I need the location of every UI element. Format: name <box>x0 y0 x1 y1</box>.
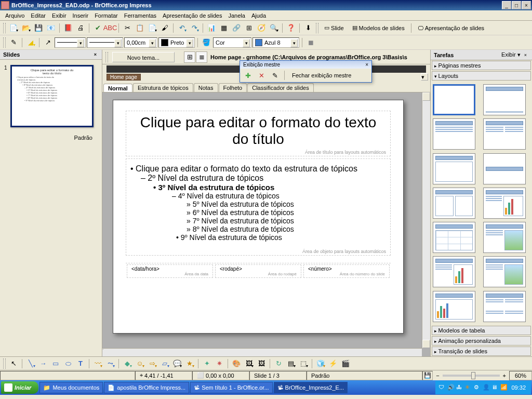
area-dialog-button[interactable] <box>201 37 212 48</box>
outline-level[interactable]: 4º Nível da estrutura de tópicos <box>172 192 386 200</box>
layout-title[interactable] <box>483 84 526 115</box>
number-placeholder[interactable]: <número>Área do número do slide <box>303 264 390 278</box>
print-button[interactable] <box>75 22 86 34</box>
ellipse-tool[interactable] <box>62 358 74 369</box>
from-file-tool[interactable] <box>243 358 255 369</box>
view-list-icon[interactable]: ≣ <box>196 51 207 63</box>
hyperlink-button[interactable] <box>231 22 242 34</box>
grid-button[interactable] <box>243 22 255 34</box>
chart-button[interactable] <box>206 22 217 34</box>
undo-button[interactable] <box>176 22 188 34</box>
new-master-button[interactable]: ✚ <box>242 70 254 81</box>
taskbar-item[interactable]: 📄apostila BrOffice Impress... <box>104 382 189 393</box>
zoom-control[interactable]: − + <box>433 373 509 379</box>
presentation-button[interactable]: 🖵 Apresentação de slides <box>414 22 488 34</box>
taskbar-item[interactable]: 📽Sem título 1 - BrOffice.or... <box>190 382 272 393</box>
export-pdf-button[interactable] <box>62 22 74 34</box>
close-icon[interactable]: × <box>92 52 99 57</box>
save-button[interactable] <box>33 22 44 34</box>
start-button[interactable]: Iniciar <box>1 381 38 394</box>
menu-apresentacao[interactable]: Apresentação de slides <box>159 11 225 20</box>
tray-icon[interactable]: 🖥 <box>491 384 499 391</box>
tab-handout[interactable]: Folheto <box>219 83 247 92</box>
outline-level[interactable]: 2º Nível da estrutura de tópicos <box>141 174 386 183</box>
fontwork-tool[interactable] <box>231 358 242 369</box>
points-tool[interactable]: ✦ <box>201 358 212 369</box>
rotate-tool[interactable]: ↻ <box>273 358 284 369</box>
arrow-tool[interactable]: → <box>37 358 49 369</box>
glue-tool[interactable]: ✷ <box>214 358 225 369</box>
clock[interactable]: 09:32 <box>509 384 528 391</box>
extension-button[interactable]: ⬇ <box>302 22 314 34</box>
taskbar-item-active[interactable]: 📽BrOffice_Impress2_E... <box>274 382 348 393</box>
new-theme-button[interactable]: Novo tema... <box>112 52 175 62</box>
toolbar-handle[interactable] <box>3 37 6 48</box>
delete-master-button[interactable] <box>256 70 267 81</box>
fill-type-combo[interactable]: Cor <box>213 37 251 48</box>
outline-level[interactable]: 3º Nível da estrutura de tópicos <box>153 183 386 192</box>
menu-ferramentas[interactable]: Ferramentas <box>121 11 159 20</box>
outline-level[interactable]: 9º Nível da estrutura de tópicos <box>176 233 386 242</box>
symbol-shapes-tool[interactable]: ☺ <box>134 358 145 369</box>
slide-canvas[interactable]: Clique para editar o formato do texto do… <box>113 100 404 334</box>
menu-ajuda[interactable]: Ajuda <box>248 11 269 20</box>
spellcheck-button[interactable] <box>92 22 103 34</box>
toolbar-handle[interactable] <box>105 52 108 62</box>
layout-titleonly[interactable] <box>433 153 475 184</box>
tray-icon[interactable]: ⚙ <box>474 384 481 391</box>
callout-tool[interactable] <box>171 358 183 369</box>
slide-edit-area[interactable]: Clique para editar o formato do texto do… <box>102 92 430 356</box>
section-master-pages[interactable]: Páginas mestres <box>432 61 531 70</box>
rename-master-button[interactable]: ✎ <box>269 70 281 81</box>
select-tool[interactable]: ↖ <box>8 358 19 369</box>
menu-inserir[interactable]: Inserir <box>70 11 92 20</box>
tray-icon[interactable]: 🖧 <box>456 384 463 391</box>
text-tool[interactable] <box>75 358 86 369</box>
date-placeholder[interactable]: <data/hora>Área da data <box>127 264 213 278</box>
restore-button[interactable]: □ <box>512 1 521 9</box>
tab-notes[interactable]: Notas <box>194 83 218 92</box>
close-button[interactable]: × <box>522 1 531 9</box>
line-width-combo[interactable]: 0,00cm <box>124 37 157 48</box>
toolbar-handle[interactable] <box>3 23 6 33</box>
cut-button[interactable] <box>122 22 133 34</box>
layout-2box[interactable] <box>433 188 475 219</box>
outline-level[interactable]: 5º Nível da estrutura de tópicos <box>187 200 386 208</box>
tray-icon[interactable]: 📶 <box>500 384 508 391</box>
flowchart-tool[interactable]: ▱ <box>159 358 170 369</box>
layout-table[interactable] <box>433 222 475 253</box>
master-toolbar-title[interactable]: Exibição mestre × <box>240 61 371 69</box>
layout-chart[interactable] <box>483 188 526 219</box>
align-tool[interactable]: ▤ <box>285 358 297 369</box>
insert-slide-button[interactable]: Slide <box>321 22 348 34</box>
outline-level[interactable]: Clique para editar o formato do texto da… <box>130 164 386 174</box>
outline-level[interactable]: 8º Nível da estrutura de tópicos <box>187 225 386 233</box>
copy-button[interactable] <box>134 22 145 34</box>
layout-centered[interactable] <box>483 153 526 184</box>
slide-master-button[interactable]: ▤ Modelos de slides <box>349 22 408 34</box>
help-button[interactable] <box>285 22 297 34</box>
vertical-scrollbar[interactable] <box>422 92 430 348</box>
view-link[interactable]: Exibir <box>501 51 516 58</box>
outline-placeholder[interactable]: Clique para editar o formato do texto da… <box>130 164 386 242</box>
menu-exibir[interactable]: Exibir <box>49 11 70 20</box>
close-master-view-button[interactable]: Fechar exibição mestre <box>288 70 355 81</box>
layout-image[interactable] <box>483 222 526 253</box>
outline-level[interactable]: 7º Nível da estrutura de tópicos <box>187 217 386 225</box>
tab-sorter[interactable]: Classificador de slides <box>247 83 313 92</box>
line-style-dialog-button[interactable]: ↗ <box>42 37 54 48</box>
master-view-toolbar[interactable]: Exibição mestre × ✚ ✎ Fechar exibição me… <box>240 60 372 83</box>
curve-tool[interactable] <box>92 358 103 369</box>
menu-janela[interactable]: Janela <box>225 11 248 20</box>
shadow-button[interactable] <box>305 37 316 48</box>
tab-outline[interactable]: Estrutura de tópicos <box>133 83 193 92</box>
horizontal-scrollbar[interactable] <box>102 348 422 356</box>
close-icon[interactable]: × <box>365 62 368 68</box>
animation-tool[interactable]: 🎬 <box>340 358 351 369</box>
tray-icon[interactable]: 👤 <box>483 384 490 391</box>
edit-points-button[interactable]: ✎ <box>8 37 19 48</box>
table-button[interactable] <box>218 22 230 34</box>
rectangle-tool[interactable] <box>50 358 61 369</box>
toolbar-handle[interactable] <box>316 23 318 33</box>
layout-text-image[interactable] <box>483 256 526 287</box>
